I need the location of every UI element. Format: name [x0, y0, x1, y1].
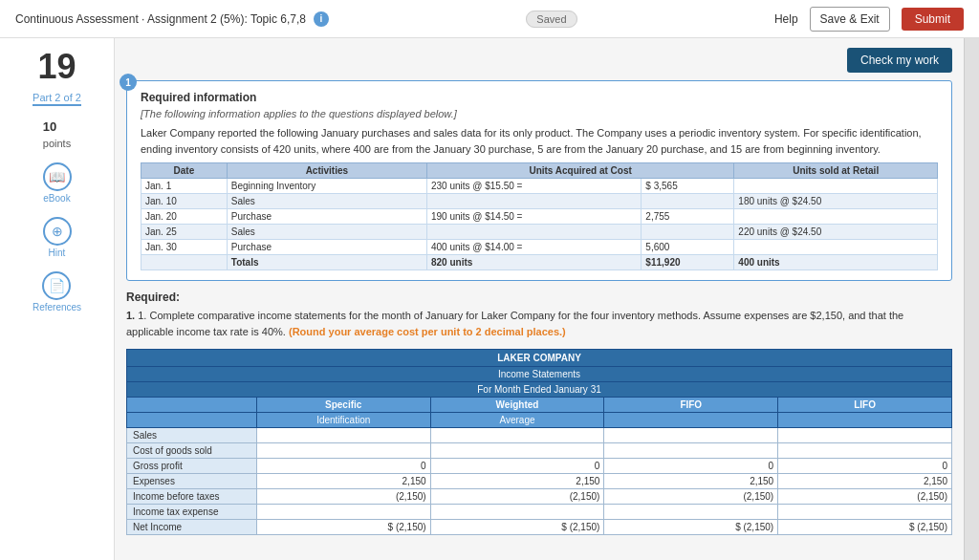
row-label: Sales: [127, 428, 257, 443]
income-row: Gross profit0000: [127, 459, 952, 474]
income-input-specific[interactable]: [261, 430, 426, 441]
income-input-lifo[interactable]: [782, 430, 947, 441]
main-layout: 19 Part 2 of 2 10 points 📖 eBook ⊕ Hint …: [0, 38, 979, 560]
save-exit-button[interactable]: Save & Exit: [810, 7, 890, 32]
table-period: For Month Ended January 31: [127, 382, 952, 398]
breadcrumb-text: Continuous Assessment · Assignment 2 (5%…: [15, 12, 306, 26]
points-value: 10: [43, 119, 71, 134]
table-row: Jan. 20 Purchase 190 units @ $14.50 = 2,…: [141, 209, 938, 225]
income-row: Net Income$ (2,150)$ (2,150)$ (2,150)$ (…: [127, 520, 952, 535]
breadcrumb-area: Continuous Assessment · Assignment 2 (5%…: [15, 11, 329, 27]
inventory-data-table: Date Activities Units Acquired at Cost U…: [141, 162, 938, 270]
table-title-header: Income Statements: [127, 367, 952, 382]
references-button[interactable]: 📄 References: [33, 271, 81, 312]
table-period-header: For Month Ended January 31: [127, 382, 952, 398]
hint-label: Hint: [49, 248, 66, 258]
row-label: Gross profit: [127, 459, 257, 474]
income-row: Income before taxes(2,150)(2,150)(2,150)…: [127, 489, 952, 505]
table-row: Jan. 10 Sales 180 units @ $24.50: [141, 194, 938, 209]
table-company-header: LAKER COMPANY: [127, 350, 952, 367]
income-input-weighted[interactable]: [435, 430, 600, 441]
th-activities: Activities: [227, 163, 426, 179]
income-statement-table: LAKER COMPANY Income Statements For Mont…: [126, 349, 952, 535]
row-label: Income before taxes: [127, 489, 257, 505]
table-row: Jan. 25 Sales 220 units @ $24.50: [141, 225, 938, 240]
scrollbar[interactable]: [964, 38, 979, 560]
required-text-orange: (Round your average cost per unit to 2 d…: [289, 326, 566, 337]
info-icon[interactable]: i: [314, 11, 329, 27]
col2-label1: Weighted: [430, 398, 604, 413]
table-title: Income Statements: [127, 367, 952, 382]
income-input-weighted[interactable]: [435, 506, 600, 517]
th-units-acquired: Units Acquired at Cost: [426, 163, 733, 179]
col1-label1: Specific: [256, 398, 430, 413]
left-sidebar: 19 Part 2 of 2 10 points 📖 eBook ⊕ Hint …: [0, 38, 115, 560]
info-box-header: Required information: [141, 91, 938, 104]
points-label: points: [43, 138, 71, 149]
income-input-specific[interactable]: [261, 445, 426, 456]
col4-label: LIFO: [778, 398, 952, 413]
income-row: Expenses2,1502,1502,1502,150: [127, 474, 952, 489]
col2-label2: Average: [430, 413, 604, 428]
top-bar: Continuous Assessment · Assignment 2 (5%…: [0, 0, 979, 38]
income-input-lifo[interactable]: [782, 506, 947, 517]
col3-label: FIFO: [604, 398, 778, 413]
part-label: Part 2 of 2: [33, 92, 81, 106]
income-input-lifo[interactable]: [782, 445, 947, 456]
top-bar-actions: Help Save & Exit Submit: [774, 7, 964, 32]
table-row: Jan. 1 Beginning Inventory 230 units @ $…: [141, 179, 938, 194]
row-label: Expenses: [127, 474, 257, 489]
required-label: Required:: [126, 291, 952, 304]
hint-button[interactable]: ⊕ Hint: [43, 217, 72, 258]
content-area: Check my work 1 Required information [Th…: [115, 38, 964, 560]
income-input-fifo[interactable]: [608, 506, 773, 517]
references-label: References: [33, 302, 81, 312]
table-totals-row: Totals 820 units $11,920 400 units: [141, 255, 938, 270]
col-labels-row1: Specific Weighted FIFO LIFO: [127, 398, 952, 413]
saved-badge: Saved: [526, 12, 577, 26]
th-date: Date: [141, 163, 228, 179]
row-label: Income tax expense: [127, 505, 257, 520]
income-row: Income tax expense: [127, 505, 952, 520]
income-input-fifo[interactable]: [608, 430, 773, 441]
income-input-specific[interactable]: [261, 506, 426, 517]
info-box: 1 Required information [The following in…: [126, 80, 952, 281]
income-input-weighted[interactable]: [435, 445, 600, 456]
required-num: 1.: [126, 310, 135, 321]
required-text: 1. 1. Complete comparative income statem…: [126, 308, 952, 339]
table-row: Jan. 30 Purchase 400 units @ $14.00 = 5,…: [141, 240, 938, 255]
th-units-sold: Units sold at Retail: [734, 163, 938, 179]
info-box-icon: 1: [120, 74, 137, 91]
question-number: 19: [37, 50, 76, 84]
col-labels-row2: Identification Average: [127, 413, 952, 428]
help-link[interactable]: Help: [774, 12, 798, 26]
row-label: Net Income: [127, 520, 257, 535]
info-box-subtitle: [The following information applies to th…: [141, 108, 938, 119]
submit-button[interactable]: Submit: [902, 8, 964, 31]
income-row: Sales: [127, 428, 952, 443]
row-label: Cost of goods sold: [127, 443, 257, 459]
required-section: Required: 1. 1. Complete comparative inc…: [126, 291, 952, 339]
col1-label2: Identification: [256, 413, 430, 428]
income-input-fifo[interactable]: [608, 445, 773, 456]
ebook-button[interactable]: 📖 eBook: [43, 162, 72, 204]
info-box-text: Laker Company reported the following Jan…: [141, 125, 938, 157]
ebook-icon: 📖: [43, 162, 72, 191]
income-row: Cost of goods sold: [127, 443, 952, 459]
hint-icon: ⊕: [43, 217, 72, 246]
company-name: LAKER COMPANY: [127, 350, 952, 367]
references-icon: 📄: [42, 271, 71, 300]
income-statement-wrapper: LAKER COMPANY Income Statements For Mont…: [126, 349, 952, 535]
ebook-label: eBook: [43, 193, 70, 204]
check-work-button[interactable]: Check my work: [847, 48, 952, 73]
